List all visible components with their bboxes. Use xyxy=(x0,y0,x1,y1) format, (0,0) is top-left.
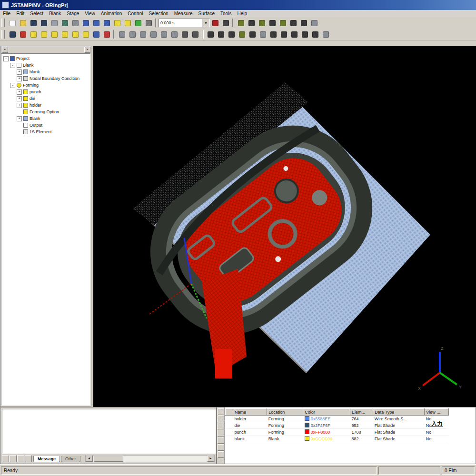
parts-col-header[interactable]: Color xyxy=(303,409,350,416)
parts-tool-icon-5[interactable] xyxy=(218,444,224,451)
view-front-icon[interactable] xyxy=(128,30,137,39)
view-top-icon[interactable] xyxy=(117,30,127,39)
toolbar-grip[interactable] xyxy=(1,19,5,27)
parts-tool-icon-3[interactable] xyxy=(218,430,224,436)
new-file-icon[interactable] xyxy=(8,18,17,28)
parts-col-header[interactable]: Elem... xyxy=(350,409,373,416)
table-row-blank[interactable]: blankBlank0xCCCC00882Flat ShadeNo xyxy=(226,436,449,442)
tree-expander-icon[interactable]: + xyxy=(17,103,22,108)
part-yellow4-icon[interactable] xyxy=(60,30,69,39)
tree-item-holder[interactable]: +holder xyxy=(1,102,90,109)
parts-col-header[interactable]: Name xyxy=(233,409,267,416)
stroke-combo[interactable]: 0.000 s ▼ xyxy=(159,19,210,27)
clip-icon[interactable] xyxy=(248,30,257,39)
viewport-3d[interactable]: Z X Y xyxy=(93,46,476,407)
tree-item-die[interactable]: +die xyxy=(1,95,90,102)
view-side-icon[interactable] xyxy=(138,30,148,39)
msg-filter-icon[interactable] xyxy=(25,455,32,462)
stop-icon[interactable] xyxy=(144,18,153,28)
tree-item-1s-element[interactable]: 1S Element xyxy=(1,129,90,135)
view-pan-icon[interactable] xyxy=(169,30,179,39)
select-surface-icon[interactable] xyxy=(268,18,277,28)
run-icon[interactable] xyxy=(133,18,143,28)
zoom-out-icon[interactable] xyxy=(190,30,200,39)
part-yellow5-icon[interactable] xyxy=(70,30,80,39)
row-selector[interactable] xyxy=(226,416,233,422)
anim-next-icon[interactable] xyxy=(300,30,309,39)
fit-view-icon[interactable] xyxy=(227,30,236,39)
tree-item-forming-option[interactable]: Forming Option xyxy=(1,109,90,115)
mesh-view-icon[interactable] xyxy=(81,18,90,28)
measure-icon[interactable] xyxy=(102,30,111,39)
anim-last-icon[interactable] xyxy=(310,30,320,39)
select-node-icon[interactable] xyxy=(236,18,246,28)
parts-col-header[interactable]: Location xyxy=(267,409,303,416)
menu-item-help[interactable]: Help xyxy=(234,10,250,17)
anim-play-icon[interactable] xyxy=(289,30,299,39)
pin-icon[interactable]: ▪ xyxy=(2,47,8,53)
parts-tool-icon-1[interactable] xyxy=(218,416,224,422)
tree-item-blank[interactable]: +Blank xyxy=(1,115,90,122)
tree-expander-icon[interactable]: + xyxy=(17,116,22,121)
table-row-holder[interactable]: holderForming0x5588EE764Wire Smooth S...… xyxy=(226,416,449,422)
redraw-icon[interactable] xyxy=(237,30,247,39)
part-yellow6-icon[interactable] xyxy=(81,30,90,39)
view-rotate-icon[interactable] xyxy=(159,30,169,39)
tree-expander-icon[interactable]: - xyxy=(10,83,15,88)
parts-tool-icon-6[interactable] xyxy=(218,451,224,458)
parts-col-header[interactable] xyxy=(226,409,233,416)
part-hide-icon[interactable] xyxy=(123,18,132,28)
menu-item-selection[interactable]: Selection xyxy=(146,10,171,17)
export-icon[interactable] xyxy=(70,18,80,28)
part-yellow2-icon[interactable] xyxy=(39,30,49,39)
select-box-icon[interactable] xyxy=(299,18,308,28)
tree-expander-icon[interactable]: + xyxy=(17,76,22,81)
menu-item-blank[interactable]: Blank xyxy=(46,10,64,17)
chevron-down-icon[interactable]: ▼ xyxy=(202,19,209,27)
part-yellow1-icon[interactable] xyxy=(29,30,38,39)
message-output[interactable] xyxy=(2,409,216,454)
part-show-icon[interactable] xyxy=(112,18,122,28)
menu-item-stage[interactable]: Stage xyxy=(64,10,82,17)
scroll-left-icon[interactable]: ◄ xyxy=(86,456,93,462)
row-selector[interactable] xyxy=(226,429,233,436)
open-icon[interactable] xyxy=(18,18,28,28)
parts-col-header[interactable]: View ... xyxy=(425,409,449,416)
menu-item-surface[interactable]: Surface xyxy=(196,10,218,17)
tree-expander-icon[interactable]: + xyxy=(17,69,22,75)
anim-prev-icon[interactable] xyxy=(279,30,288,39)
msg-save-icon[interactable] xyxy=(10,455,17,462)
toolbar-grip[interactable] xyxy=(1,30,5,39)
tool-mesh-icon[interactable] xyxy=(18,30,28,39)
tree-item-blank[interactable]: +blank xyxy=(1,69,90,75)
menu-item-file[interactable]: File xyxy=(0,10,13,17)
tree-item-punch[interactable]: +punch xyxy=(1,89,90,95)
parts-tool-icon-4[interactable] xyxy=(218,437,224,444)
grid-view-icon[interactable] xyxy=(102,18,111,28)
menu-item-tools[interactable]: Tools xyxy=(218,10,234,17)
select-free-icon[interactable] xyxy=(309,18,319,28)
tree-item-project[interactable]: -Project xyxy=(1,55,90,62)
tree-expander-icon[interactable]: + xyxy=(17,96,22,101)
menu-item-edit[interactable]: Edit xyxy=(13,10,27,17)
parts-col-header[interactable]: Data Type xyxy=(373,409,425,416)
tree-item-blank[interactable]: -Blank xyxy=(1,62,90,69)
table-row-punch[interactable]: punchForming0xFF00001708Flat ShadeNo xyxy=(226,429,449,436)
tree-expander-icon[interactable]: + xyxy=(17,89,22,95)
parts-tool-icon-0[interactable] xyxy=(218,408,224,415)
scroll-thumb[interactable] xyxy=(94,456,123,462)
select-element-icon[interactable] xyxy=(247,18,256,28)
parts-tool-icon-2[interactable] xyxy=(218,423,224,429)
menu-item-control[interactable]: Control xyxy=(125,10,146,17)
tree-item-forming[interactable]: -Forming xyxy=(1,82,90,89)
tree-expander-icon[interactable]: - xyxy=(3,56,9,61)
settings-icon[interactable] xyxy=(221,18,230,28)
tab-other[interactable]: Other xyxy=(61,456,80,462)
tree-item-output[interactable]: Output xyxy=(1,122,90,129)
zoom-in-icon[interactable] xyxy=(180,30,189,39)
msg-copy-icon[interactable] xyxy=(17,455,24,462)
eye-off-icon[interactable] xyxy=(216,30,226,39)
message-scrollbar[interactable]: ◄ ► xyxy=(85,455,215,462)
tree-item-nodal-boundary-condition[interactable]: +Nodal Boundary Condition xyxy=(1,75,90,82)
tree-expander-icon[interactable]: - xyxy=(10,63,15,68)
